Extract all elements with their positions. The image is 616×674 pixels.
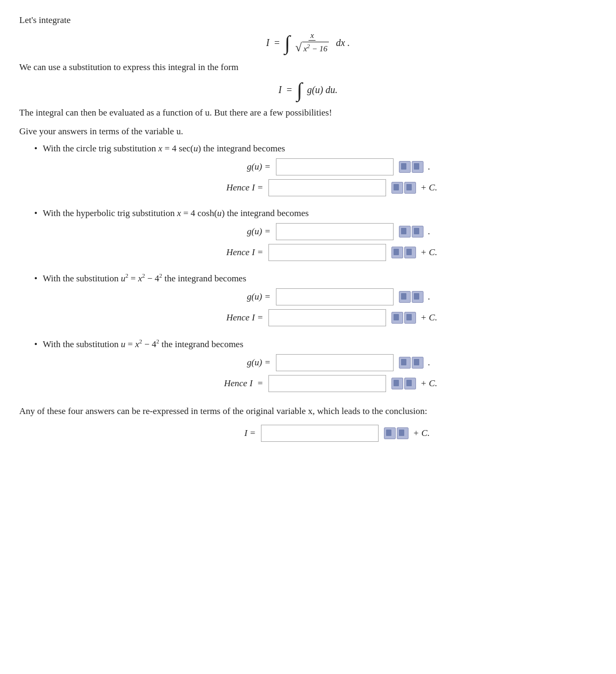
bullet1-gu-row: g(u) = . [34, 158, 597, 175]
icon-copy-final-b[interactable] [397, 427, 409, 439]
bullet3-hence-label: Hence I = [194, 312, 263, 323]
bullet2-hence-row: Hence I = + C. [34, 244, 597, 261]
substitution-text: We can use a substitution to express thi… [19, 60, 597, 74]
bullet2-plus-c: + C. [420, 247, 437, 258]
icon-copy-2c[interactable] [391, 247, 403, 258]
instruction-text: Give your answers in terms of the variab… [19, 124, 597, 139]
bullet3-gu-label: g(u) = [201, 292, 271, 302]
integral-sign: ∫ [284, 33, 290, 53]
bullet1-gu-input[interactable] [276, 158, 394, 175]
icon-copy-4d[interactable] [404, 378, 416, 389]
bullet2-text: • With the hyperbolic trig substitution … [34, 208, 597, 219]
g-integral: I = ∫ g(u) du. [19, 80, 597, 100]
bullet1-gu-label: g(u) = [201, 162, 271, 172]
bullet4-gu-icons [399, 357, 424, 369]
bullet1-gu-icons [399, 161, 424, 173]
final-input[interactable] [261, 425, 379, 442]
icon-copy-4b[interactable] [412, 357, 424, 369]
conclusion-text: Any of these four answers can be re-expr… [19, 404, 597, 418]
icon-copy-3c[interactable] [391, 312, 403, 324]
bullet3-gu-icons [399, 291, 424, 303]
bullet2-gu-icons [399, 226, 424, 238]
intro-text: Let's integrate [19, 15, 597, 26]
icon-copy-1c[interactable] [391, 182, 403, 194]
icon-copy-4a[interactable] [399, 357, 411, 369]
bullet4-gu-label: g(u) = [201, 357, 271, 368]
bullet-item-3: • With the substitution u2 = x2 − 42 the… [34, 273, 597, 327]
bullet1-hence-icons [391, 182, 416, 194]
bullet3-hence-input[interactable] [268, 309, 386, 326]
bullet1-hence-label: Hence I = [194, 182, 263, 193]
bullet3-hence-row: Hence I = + C. [34, 309, 597, 326]
final-icons [384, 427, 409, 439]
bullet1-text: • With the circle trig substitution x = … [34, 143, 597, 154]
icon-copy-2d[interactable] [404, 247, 416, 258]
bullet1-hence-input[interactable] [268, 179, 386, 196]
bullet1-hence-row: Hence I = + C. [34, 179, 597, 196]
icon-copy-final-a[interactable] [384, 427, 396, 439]
bullet4-hence-icons [391, 378, 416, 389]
icon-copy-3a[interactable] [399, 291, 411, 303]
explanation-text: The integral can then be evaluated as a … [19, 105, 597, 120]
bullet2-hence-label: Hence I = [194, 247, 263, 258]
bullet3-gu-row: g(u) = . [34, 288, 597, 305]
bullet4-text: • With the substitution u = x2 − 42 the … [34, 338, 597, 350]
bullet4-hence-input[interactable] [268, 375, 386, 392]
icon-copy-3b[interactable] [412, 291, 424, 303]
bullet4-hence-label: Hence I = [194, 378, 263, 389]
final-plus-c: + C. [413, 428, 429, 439]
bullet-item-1: • With the circle trig substitution x = … [34, 143, 597, 196]
integrand-fraction: x √ x2 − 16 [294, 31, 330, 55]
icon-copy-2b[interactable] [412, 226, 424, 238]
icon-copy-1d[interactable] [404, 182, 416, 194]
icon-copy-1a[interactable] [399, 161, 411, 173]
icon-copy-2a[interactable] [399, 226, 411, 238]
bullet-item-2: • With the hyperbolic trig substitution … [34, 208, 597, 261]
bullet2-hence-icons [391, 247, 416, 258]
bullet2-hence-input[interactable] [268, 244, 386, 261]
bullet3-text: • With the substitution u2 = x2 − 42 the… [34, 273, 597, 285]
bullet3-gu-input[interactable] [276, 288, 394, 305]
bullet3-plus-c: + C. [420, 312, 437, 323]
bullet2-gu-input[interactable] [276, 223, 394, 240]
bullet1-plus-c: + C. [420, 182, 437, 193]
bullet2-gu-label: g(u) = [201, 226, 271, 237]
bullet4-plus-c: + C. [420, 378, 437, 389]
bullet4-hence-row: Hence I = + C. [34, 375, 597, 392]
final-label: I = [186, 428, 256, 439]
icon-copy-3d[interactable] [404, 312, 416, 324]
bullet2-gu-row: g(u) = . [34, 223, 597, 240]
icon-copy-4c[interactable] [391, 378, 403, 389]
icon-copy-1b[interactable] [412, 161, 424, 173]
bullet4-gu-input[interactable] [276, 354, 394, 371]
bullet4-gu-row: g(u) = . [34, 354, 597, 371]
main-integral: I = ∫ x √ x2 − 16 dx . [19, 31, 597, 55]
bullet-item-4: • With the substitution u = x2 − 42 the … [34, 338, 597, 392]
bullet3-hence-icons [391, 312, 416, 324]
final-row: I = + C. [19, 425, 597, 442]
